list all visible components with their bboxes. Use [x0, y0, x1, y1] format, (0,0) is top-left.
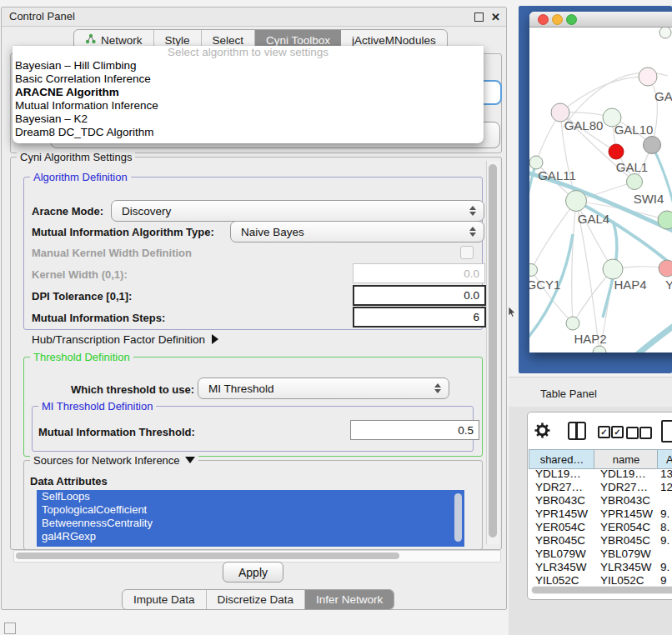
dropdown-item[interactable]: Basic Correlation Inference [13, 72, 484, 86]
mi-threshold-field[interactable]: 0.5 [350, 420, 479, 440]
settings-horizontal-scrollbar[interactable] [13, 550, 501, 562]
cell: 9 [660, 574, 667, 584]
column-header-name[interactable]: name [594, 449, 658, 469]
table-row[interactable]: YDR27… YDR27… 12 [529, 481, 672, 494]
table-row[interactable]: YBR043C YBR043C [529, 494, 672, 508]
deselect-checkbox-icon[interactable] [626, 427, 639, 439]
hap2-node[interactable] [566, 317, 579, 330]
mi-threshold-value: 0.5 [458, 424, 474, 437]
combo-spinner-icon [434, 382, 441, 394]
hap4-node[interactable] [603, 259, 623, 279]
dropdown-item[interactable]: Mutual Information Inference [13, 99, 484, 112]
gal11-node[interactable] [529, 156, 543, 169]
expand-right-icon[interactable] [212, 334, 218, 344]
dpi-tolerance-field[interactable]: 0.0 [353, 285, 486, 306]
cell: YBR045C [600, 534, 650, 548]
network-canvas[interactable]: GAL80 GAL10 GAL1 GAL11 SWI4 GAL4 GCY1 HA… [529, 28, 672, 352]
algorithm-dropdown-popup: Select algorithm to view settings Bayesi… [13, 46, 484, 143]
node-label: GAL10 [614, 122, 654, 137]
export-table-icon[interactable] [661, 420, 672, 442]
kernel-width-label: Kernel Width (0,1): [32, 268, 128, 281]
mac-zoom-icon[interactable] [566, 14, 577, 25]
gray-node[interactable] [644, 137, 661, 154]
close-icon[interactable]: ✕ [491, 8, 500, 27]
mouse-cursor [508, 307, 518, 318]
attribute-item[interactable]: TopologicalCoefficient [37, 503, 464, 517]
split-columns-icon[interactable] [568, 422, 586, 440]
which-threshold-combo[interactable]: MI Threshold [198, 378, 449, 399]
mi-type-value: Naive Bayes [241, 226, 304, 238]
combo-spinner-icon [469, 226, 476, 238]
mac-close-icon[interactable] [538, 14, 549, 25]
tab-discretize-data[interactable]: Discretize Data [207, 590, 306, 609]
mi-steps-value: 6 [473, 311, 479, 323]
apply-button[interactable]: Apply [223, 562, 283, 582]
cell: YPR145W [600, 508, 653, 521]
gcy1-node[interactable] [529, 264, 538, 277]
data-attributes-list[interactable]: SelfLoops TopologicalCoefficient Between… [37, 490, 464, 547]
attribute-item[interactable]: gal4RGexp [37, 530, 464, 543]
table-rows[interactable]: YDL19… YDL19… 13 YDR27… YDR27… 12 YBR043… [529, 468, 672, 584]
attribute-list-scrollbar[interactable] [454, 493, 462, 542]
gal4-node[interactable] [566, 191, 587, 212]
table-row[interactable]: YBL079W YBL079W [529, 548, 672, 561]
network-window-titlebar[interactable] [529, 12, 672, 28]
mi-threshold-group-title: MI Threshold Definition [38, 400, 156, 412]
select-all-checkbox-icon[interactable]: ✓ [598, 426, 610, 438]
table-row[interactable]: YBR045C YBR045C 9. [529, 534, 672, 548]
mac-minimize-icon[interactable] [552, 14, 563, 25]
apply-button-label: Apply [238, 566, 268, 579]
collapse-down-icon[interactable] [185, 457, 195, 463]
dropdown-item[interactable]: Bayesian – Hill Climbing [13, 59, 484, 72]
table-hscrollbar-thumb[interactable] [532, 587, 672, 593]
dropdown-item[interactable]: Bayesian – K2 [13, 112, 484, 126]
attribute-item[interactable]: BetweennessCentrality [37, 517, 464, 530]
top-edge-node[interactable] [659, 28, 671, 38]
cell: 9. [660, 508, 669, 521]
dock-button[interactable] [4, 622, 16, 634]
mi-type-combo[interactable]: Naive Bayes [230, 221, 484, 242]
aracne-mode-combo[interactable]: Discovery [111, 200, 484, 222]
float-window-icon[interactable] [474, 12, 484, 22]
table-row[interactable]: YER054C YER054C 8. [529, 521, 672, 534]
red-node[interactable] [609, 144, 624, 159]
gear-icon[interactable] [534, 422, 550, 438]
column-header-label: shared… [540, 453, 584, 466]
node-label: GCY1 [529, 278, 560, 292]
column-header-shared-name[interactable]: shared… [529, 449, 594, 469]
aracne-mode-label: Aracne Mode: [32, 205, 103, 218]
select-all-checkbox-icon-2[interactable]: ✓ [611, 426, 624, 438]
bottom-node[interactable] [593, 346, 606, 352]
dropdown-item[interactable]: Dream8 DC_TDC Algorithm [13, 126, 484, 139]
mi-type-label: Mutual Information Algorithm Type: [32, 226, 214, 238]
column-header-avg[interactable]: A [657, 449, 672, 469]
settings-hscrollbar-thumb[interactable] [16, 552, 399, 559]
cell: YPR145W [535, 508, 588, 521]
attribute-item[interactable]: SelfLoops [37, 490, 464, 503]
node-label: Y [665, 278, 672, 292]
swi4-node[interactable] [627, 174, 643, 190]
manual-kernel-checkbox[interactable] [460, 246, 474, 259]
dropdown-item-selected[interactable]: ARACNE Algorithm [13, 86, 484, 99]
table-horizontal-scrollbar[interactable] [531, 586, 672, 594]
threshold-definition-title: Threshold Definition [30, 351, 133, 363]
hub-definition-expander[interactable]: Hub/Transcription Factor Definition [32, 333, 218, 346]
mi-steps-field[interactable]: 6 [353, 307, 486, 328]
cell: YBR043C [535, 494, 585, 508]
table-row[interactable]: YLR345W YLR345W 9. [529, 561, 672, 574]
tab-impute-data[interactable]: Impute Data [123, 590, 207, 609]
table-row[interactable]: YIL052C YIL052C 9 [529, 574, 672, 584]
table-row[interactable]: YPR145W YPR145W 9. [529, 508, 672, 521]
table-row[interactable]: YDL19… YDL19… 13 [529, 468, 672, 481]
right-green-node[interactable] [658, 211, 672, 229]
aracne-mode-value: Discovery [122, 205, 171, 218]
tab-infer-network[interactable]: Infer Network [305, 590, 394, 609]
deselect-checkbox-icon-2[interactable] [639, 427, 652, 439]
settings-scrollbar-thumb[interactable] [489, 164, 497, 538]
kernel-width-field[interactable]: 0.0 [353, 263, 485, 283]
settings-vertical-scrollbar[interactable] [486, 161, 499, 544]
top-pink-node[interactable] [639, 68, 657, 86]
salmon-node[interactable] [659, 260, 672, 277]
tab-select-label: Select [213, 34, 244, 47]
cell: YDR27… [600, 481, 648, 494]
